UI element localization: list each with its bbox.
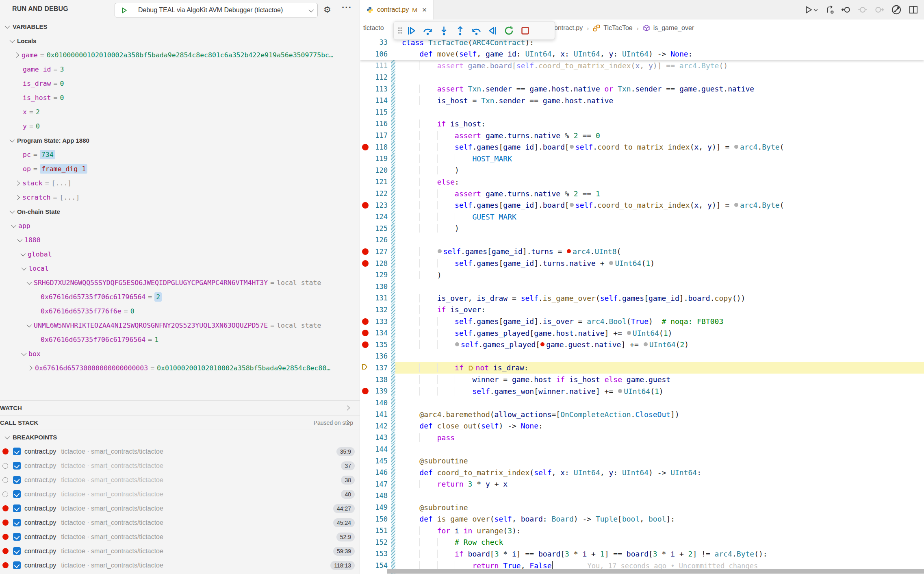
- launch-config-dropdown[interactable]: Debug TEAL via AlgoKit AVM Debugger (tic…: [115, 3, 318, 17]
- breakpoint-row[interactable]: contract.pytictactoe · smart_contracts/t…: [0, 444, 360, 459]
- breakpoint-row[interactable]: contract.pytictactoe · smart_contracts/t…: [0, 473, 360, 487]
- variable-row[interactable]: scratch=[...]: [0, 190, 360, 204]
- breadcrumb-item-folder[interactable]: tictacto: [360, 24, 384, 32]
- breadcrumb-item-class[interactable]: TicTacToe: [603, 24, 632, 32]
- inline-breakpoint-icon[interactable]: [734, 145, 738, 149]
- breadcrumb-item-file[interactable]: contract.py: [551, 24, 583, 32]
- breakpoint-row[interactable]: contract.pytictactoe · smart_contracts/t…: [0, 459, 360, 473]
- breakpoint-row[interactable]: contract.pytictactoe · smart_contracts/t…: [0, 558, 360, 572]
- variable-row[interactable]: 0x67616d65735f706c61796564=1: [0, 333, 360, 347]
- token: x: [560, 468, 565, 477]
- breakpoint-checkbox[interactable]: [13, 476, 21, 484]
- breakpoint-gutter-icon[interactable]: [360, 260, 371, 267]
- debug-graph-icon[interactable]: [825, 5, 834, 14]
- inline-breakpoint-active-icon[interactable]: [567, 249, 571, 253]
- breakpoint-row[interactable]: contract.pytictactoe · smart_contracts/t…: [0, 544, 360, 558]
- breakpoint-gutter-icon[interactable]: [360, 341, 371, 348]
- start-debug-button[interactable]: [115, 3, 133, 17]
- ellipsis-icon[interactable]: ···: [342, 2, 352, 13]
- inline-breakpoint-icon[interactable]: [570, 203, 574, 207]
- commit-graph-icon[interactable]: [891, 4, 902, 15]
- variable-row[interactable]: stack=[...]: [0, 176, 360, 190]
- variable-row[interactable]: 1880: [0, 233, 360, 247]
- scope-on-chain-state[interactable]: On-chain State: [0, 204, 360, 219]
- breakpoint-checkbox[interactable]: [13, 519, 21, 526]
- stop-button[interactable]: [517, 22, 533, 39]
- breakpoint-checkbox[interactable]: [13, 533, 21, 541]
- variable-row[interactable]: game_id=3: [0, 62, 360, 76]
- current-step-gutter-icon[interactable]: [360, 364, 371, 372]
- breadcrumb-item-method[interactable]: is_game_over: [653, 24, 694, 32]
- line-number: 142: [371, 422, 388, 430]
- breakpoint-checkbox[interactable]: [13, 490, 21, 498]
- variable-row[interactable]: global: [0, 247, 360, 261]
- variable-row[interactable]: box: [0, 347, 360, 361]
- inline-breakpoint-icon[interactable]: [438, 249, 442, 253]
- variable-row[interactable]: 0x67616d65730000000000000003=0x010002001…: [0, 361, 360, 375]
- variable-row[interactable]: op=frame_dig 1: [0, 162, 360, 176]
- navigate-back-icon[interactable]: [841, 5, 851, 15]
- section-header-watch[interactable]: WATCH: [0, 400, 360, 415]
- step-back-button[interactable]: [468, 22, 484, 39]
- variable-row[interactable]: y=0: [0, 119, 360, 133]
- breakpoint-gutter-icon[interactable]: [360, 202, 371, 209]
- breakpoint-checkbox[interactable]: [13, 561, 21, 569]
- section-header-variables[interactable]: VARIABLES: [0, 20, 360, 34]
- variable-row[interactable]: UNML6W5NVHRIKTEOZAA4NI2SWQROSGNFNY2QS523…: [0, 318, 360, 333]
- variable-row[interactable]: x=2: [0, 105, 360, 119]
- horizontal-scrollbar[interactable]: [387, 569, 924, 574]
- step-into-button[interactable]: [436, 22, 452, 39]
- variable-value: [...]: [59, 194, 80, 201]
- inline-breakpoint-active-icon[interactable]: [540, 342, 544, 346]
- variable-row[interactable]: local: [0, 261, 360, 276]
- inline-breakpoint-icon[interactable]: [570, 145, 574, 149]
- section-header-call-stack[interactable]: CALL STACKPaused on step: [0, 415, 360, 430]
- breakpoint-gutter-icon[interactable]: [360, 248, 371, 255]
- variable-row[interactable]: SRH6D7XU2N6WQQ5SSYDQFG5ESO6JWEQIDPGLUGYC…: [0, 276, 360, 290]
- drag-handle-icon[interactable]: [398, 27, 402, 34]
- breakpoint-row[interactable]: contract.pytictactoe · smart_contracts/t…: [0, 515, 360, 530]
- variable-row[interactable]: 0x67616d65735f706c61796564=2: [0, 290, 360, 304]
- variable-row[interactable]: 0x67616d65735f776f6e=0: [0, 304, 360, 318]
- step-over-button[interactable]: [419, 22, 436, 39]
- scope-locals[interactable]: Locals: [0, 34, 360, 48]
- variable-row[interactable]: is_host=0: [0, 91, 360, 105]
- breakpoint-gutter-icon[interactable]: [360, 388, 371, 394]
- inline-breakpoint-icon[interactable]: [609, 261, 613, 265]
- run-file-button[interactable]: [804, 5, 818, 14]
- breakpoint-checkbox[interactable]: [13, 547, 21, 555]
- breakpoint-checkbox[interactable]: [13, 462, 21, 470]
- variable-row[interactable]: pc=734: [0, 148, 360, 162]
- breakpoint-gutter-icon[interactable]: [360, 330, 371, 336]
- restart-button[interactable]: [501, 22, 517, 39]
- scope-program-state-app-1880[interactable]: Program State: App 1880: [0, 133, 360, 148]
- line-number: 128: [371, 259, 388, 267]
- variable-row[interactable]: app: [0, 219, 360, 233]
- inline-breakpoint-icon[interactable]: [455, 342, 459, 346]
- continue-button[interactable]: [403, 22, 419, 39]
- split-editor-icon[interactable]: [909, 5, 918, 15]
- tab-contract-py[interactable]: contract.py M ×: [360, 0, 434, 20]
- inline-breakpoint-icon[interactable]: [734, 203, 738, 207]
- variable-value: 0: [60, 94, 64, 102]
- breakpoint-row[interactable]: contract.pytictactoe · smart_contracts/t…: [0, 487, 360, 501]
- reverse-continue-button[interactable]: [484, 22, 501, 39]
- section-header-breakpoints[interactable]: BREAKPOINTS: [0, 430, 360, 444]
- close-icon[interactable]: ×: [422, 5, 427, 15]
- variable-row[interactable]: game=0x01000000102010002a358bf5bada9e285…: [0, 48, 360, 62]
- breakpoint-row[interactable]: contract.pytictactoe · smart_contracts/t…: [0, 501, 360, 515]
- step-out-button[interactable]: [452, 22, 468, 39]
- debug-toolbar[interactable]: [393, 21, 555, 40]
- token: .: [697, 85, 701, 93]
- inline-breakpoint-icon[interactable]: [644, 342, 648, 346]
- inline-breakpoint-icon[interactable]: [618, 389, 622, 393]
- inline-breakpoint-icon[interactable]: [627, 331, 631, 335]
- breakpoint-gutter-icon[interactable]: [360, 318, 371, 325]
- breakpoint-checkbox[interactable]: [13, 448, 21, 455]
- breakpoint-row[interactable]: contract.pytictactoe · smart_contracts/t…: [0, 530, 360, 544]
- variable-row[interactable]: is_draw=0: [0, 76, 360, 91]
- code-editor[interactable]: 111assert game.board[self.coord_to_matri…: [360, 37, 924, 574]
- gear-icon[interactable]: ⚙: [323, 4, 331, 16]
- breakpoint-gutter-icon[interactable]: [360, 144, 371, 150]
- breakpoint-checkbox[interactable]: [13, 504, 21, 512]
